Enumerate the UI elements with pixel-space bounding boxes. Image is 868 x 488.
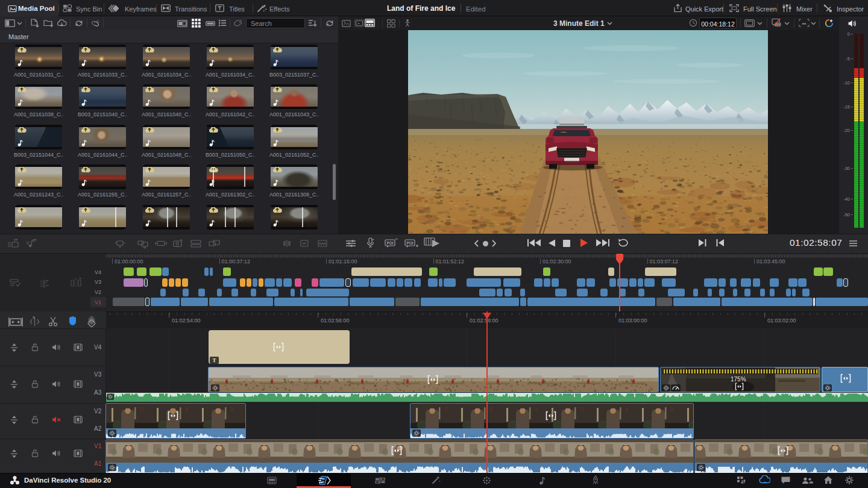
svg-text:POI: POI: [406, 241, 413, 245]
svg-text:POI: POI: [386, 241, 393, 245]
